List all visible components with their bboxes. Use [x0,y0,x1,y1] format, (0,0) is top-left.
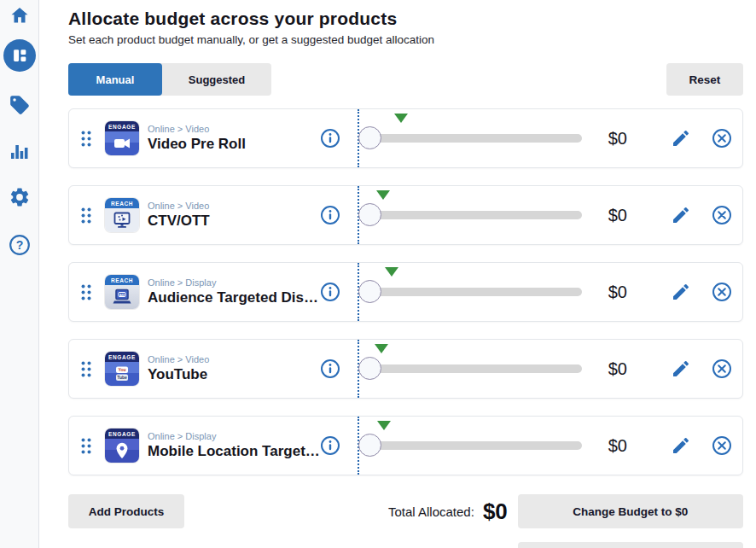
home-icon [9,5,30,26]
slider-track[interactable] [359,134,582,143]
sidebar-item-analytics[interactable] [9,140,30,160]
suggested-marker-icon [376,190,390,200]
total-allocated-label: Total Allocated: [388,504,474,519]
badge-label: ENGAGE [105,428,139,439]
badge-label: ENGAGE [105,121,139,131]
product-row: ENGAGE Online > Video Video Pre Roll [68,108,743,168]
bar-chart-icon [9,141,30,160]
slider-thumb[interactable] [358,126,381,149]
budget-slider [358,186,582,244]
edit-icon[interactable] [671,359,691,379]
info-icon[interactable] [320,205,340,225]
slider-thumb[interactable] [358,357,381,380]
product-text: Online > Display Mobile Location Target… [148,431,320,460]
product-row: ENGAGE You Tube Online > Video YouTube [68,339,743,399]
sidebar-item-help[interactable]: ? [9,234,31,256]
badge-label: REACH [105,275,139,285]
slider-track[interactable] [359,364,582,373]
svg-text:AD: AD [119,293,125,297]
help-icon: ? [9,234,31,256]
suggested-marker-icon [377,421,391,430]
total-allocated: Total Allocated: $0 [388,498,508,525]
youtube-icon: You Tube [105,362,139,386]
product-text: Online > Video Video Pre Roll [148,124,320,153]
toolbar: Manual Suggested Reset [68,63,743,96]
product-category: Online > Display [148,431,320,441]
total-allocated-value: $0 [483,498,508,525]
edit-icon[interactable] [671,205,691,225]
video-camera-icon [105,131,139,155]
product-name: Mobile Location Target… [148,443,320,460]
add-products-button[interactable]: Add Products [68,494,184,528]
info-icon[interactable] [320,282,340,302]
remove-icon[interactable] [712,435,732,456]
drag-handle-icon[interactable] [81,284,93,300]
remove-icon[interactable] [712,359,732,379]
product-category: Online > Video [148,354,320,364]
badge-label: ENGAGE [105,352,139,362]
drag-handle-icon[interactable] [81,131,93,147]
remove-icon[interactable] [712,282,732,302]
page-subtitle: Set each product budget manually, or get… [68,33,743,46]
product-name: CTV/OTT [148,213,320,230]
laptop-ad-icon: AD [105,285,139,309]
tv-monitor-icon [105,208,139,232]
budget-slider [358,340,582,398]
sidebar-item-tags[interactable] [9,94,31,116]
product-icon: ENGAGE [105,121,139,155]
slider-thumb[interactable] [358,280,381,303]
info-icon[interactable] [320,435,340,456]
budget-value: $0 [592,206,643,225]
product-icon: ENGAGE You Tube [105,352,139,386]
edit-icon[interactable] [671,282,691,302]
main-content: Allocate budget across your products Set… [39,0,756,548]
sidebar-item-settings[interactable] [9,186,31,208]
info-icon[interactable] [320,128,340,149]
product-icon: ENGAGE [105,428,139,463]
slider-track[interactable] [359,211,582,219]
tab-manual[interactable]: Manual [68,63,162,96]
product-category: Online > Video [148,124,320,134]
edit-icon[interactable] [671,128,691,149]
product-row: REACH Online > Video CTV/OTT [68,185,743,245]
tab-suggested[interactable]: Suggested [162,63,271,96]
budget-slider [358,263,582,321]
drag-handle-icon[interactable] [81,361,93,377]
sidebar: ? [0,0,39,548]
product-category: Online > Display [148,277,320,288]
budget-value: $0 [592,359,643,379]
partially-visible-button[interactable] [518,542,743,548]
budget-value: $0 [592,129,643,149]
slider-track[interactable] [359,441,582,450]
budget-value: $0 [592,283,643,302]
reset-button[interactable]: Reset [666,63,743,96]
svg-text:Tube: Tube [117,375,127,380]
drag-handle-icon[interactable] [81,207,93,224]
product-icon: REACH [105,198,139,232]
product-name: YouTube [148,366,320,383]
product-name: Audience Targeted Dis… [148,289,320,306]
budget-value: $0 [592,436,643,456]
product-list: ENGAGE Online > Video Video Pre Roll [68,108,743,475]
dashboard-icon [10,46,29,65]
mode-toggle: Manual Suggested [68,63,271,96]
slider-track[interactable] [359,288,582,296]
budget-slider [358,417,582,475]
change-budget-button[interactable]: Change Budget to $0 [518,494,743,528]
badge-label: REACH [105,198,139,208]
location-pin-icon [105,439,139,463]
svg-text:?: ? [15,238,23,252]
remove-icon[interactable] [712,128,732,149]
slider-thumb[interactable] [358,434,381,457]
sidebar-item-home[interactable] [9,3,30,27]
drag-handle-icon[interactable] [81,438,93,454]
slider-thumb[interactable] [358,203,381,226]
suggested-marker-icon [394,114,408,123]
info-icon[interactable] [320,359,340,379]
footer-bar: Add Products Total Allocated: $0 Change … [68,494,743,528]
app-window: ? Allocate budget across your products S… [0,0,756,548]
remove-icon[interactable] [712,205,732,225]
product-icon: REACH AD [105,275,139,309]
edit-icon[interactable] [671,435,691,456]
sidebar-item-dashboard[interactable] [3,39,36,72]
